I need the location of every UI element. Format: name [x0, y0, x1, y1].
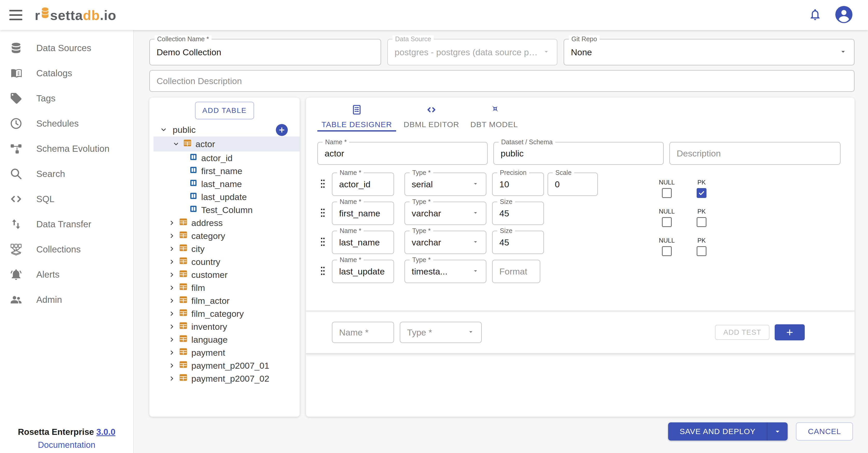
sidebar-item-data-transfer[interactable]: Data Transfer — [0, 211, 133, 236]
sidebar-item-data-sources[interactable]: Data Sources — [0, 35, 133, 60]
column-name-input[interactable] — [339, 237, 387, 248]
dataset-schema-field[interactable]: Dataset / Schema — [493, 142, 664, 165]
chevron-right-icon[interactable] — [168, 310, 176, 317]
tree-node-table[interactable]: category — [149, 229, 300, 242]
tree-node-column[interactable]: last_update — [149, 191, 300, 203]
scale-input[interactable] — [555, 179, 591, 190]
version-link[interactable]: 3.0.0 — [96, 427, 115, 437]
tab-table-designer[interactable]: TABLE DESIGNER — [317, 101, 396, 130]
chevron-right-icon[interactable] — [168, 232, 176, 240]
notifications-bell-icon[interactable] — [808, 8, 822, 22]
chevron-right-icon[interactable] — [168, 375, 176, 383]
column-format-field[interactable] — [492, 260, 540, 283]
column-name-field[interactable]: Name * — [332, 231, 394, 254]
column-type-select[interactable]: Type * serial — [404, 173, 486, 196]
chevron-right-icon[interactable] — [168, 284, 176, 292]
sidebar-item-search[interactable]: Search — [0, 161, 133, 186]
sidebar-item-schedules[interactable]: Schedules — [0, 111, 133, 136]
test-name-field[interactable] — [332, 322, 394, 343]
add-table-button[interactable]: ADD TABLE — [195, 102, 254, 119]
chevron-right-icon[interactable] — [168, 323, 176, 331]
size-input[interactable] — [499, 208, 537, 219]
column-size-field[interactable]: Size — [492, 202, 544, 225]
tree-node-table[interactable]: payment — [149, 346, 300, 359]
tree-node-table-actor[interactable]: actor — [153, 137, 300, 151]
tab-dbml-editor[interactable]: DBML EDITOR — [396, 101, 467, 130]
user-avatar[interactable] — [835, 6, 852, 24]
tree-node-table[interactable]: inventory — [149, 320, 300, 333]
tree-node-column[interactable]: last_name — [149, 177, 300, 191]
table-description-input[interactable] — [677, 148, 833, 159]
collection-name-input[interactable] — [157, 47, 374, 57]
chevron-right-icon[interactable] — [168, 362, 176, 369]
tree-node-table[interactable]: customer — [149, 268, 300, 281]
git-repo-select[interactable]: Git Repo None — [564, 39, 855, 65]
drag-handle-icon[interactable] — [319, 178, 326, 190]
chevron-right-icon[interactable] — [168, 219, 176, 227]
column-name-input[interactable] — [339, 179, 387, 190]
dataset-schema-input[interactable] — [501, 148, 656, 159]
cancel-button[interactable]: CANCEL — [796, 422, 853, 441]
test-name-input[interactable] — [339, 328, 387, 338]
tab-dbt-model[interactable]: DBT MODEL — [467, 101, 522, 130]
column-precision-field[interactable]: Precision — [492, 173, 544, 196]
table-name-input[interactable] — [324, 148, 480, 159]
tree-node-column[interactable]: actor_id — [149, 151, 300, 165]
size-input[interactable] — [499, 237, 537, 248]
chevron-right-icon[interactable] — [168, 297, 176, 305]
chevron-right-icon[interactable] — [168, 245, 176, 253]
column-type-select[interactable]: Type * varchar — [404, 202, 486, 225]
column-name-field[interactable]: Name * — [332, 260, 394, 283]
chevron-right-icon[interactable] — [168, 349, 176, 357]
chevron-down-icon[interactable] — [172, 140, 180, 148]
sidebar-item-alerts[interactable]: Alerts — [0, 262, 133, 287]
tree-node-table[interactable]: country — [149, 255, 300, 268]
sidebar-item-schema-evolution[interactable]: Schema Evolution — [0, 136, 133, 161]
table-name-field[interactable]: Name * — [317, 142, 488, 165]
sidebar-item-admin[interactable]: Admin — [0, 287, 133, 312]
add-test-plus-button[interactable] — [775, 324, 805, 340]
pk-checkbox[interactable] — [696, 246, 707, 256]
data-source-select[interactable]: Data Source postgres - postgres (data so… — [388, 39, 557, 65]
column-name-input[interactable] — [339, 266, 387, 277]
documentation-link[interactable]: Documentation — [0, 440, 133, 450]
column-size-field[interactable]: Size — [492, 231, 544, 254]
drag-handle-icon[interactable] — [319, 266, 326, 277]
column-type-select[interactable]: Type * timesta... — [404, 260, 486, 283]
tree-node-table[interactable]: film_actor — [149, 294, 300, 307]
pk-checkbox[interactable] — [696, 188, 707, 198]
sidebar-item-sql[interactable]: SQL — [0, 186, 133, 211]
menu-icon[interactable] — [9, 10, 22, 20]
tree-node-table[interactable]: city — [149, 242, 300, 255]
chevron-down-icon[interactable] — [160, 126, 167, 134]
tree-node-column[interactable]: Test_Column — [149, 203, 300, 217]
null-checkbox[interactable] — [662, 188, 672, 198]
add-test-button[interactable]: ADD TEST — [715, 325, 770, 340]
drag-handle-icon[interactable] — [319, 207, 326, 219]
column-name-field[interactable]: Name * — [332, 202, 394, 225]
format-input[interactable] — [499, 266, 533, 277]
table-description-field[interactable] — [670, 142, 840, 165]
sidebar-item-tags[interactable]: Tags — [0, 86, 133, 111]
tree-node-table[interactable]: film_category — [149, 307, 300, 320]
tree-node-table[interactable]: language — [149, 333, 300, 346]
drag-handle-icon[interactable] — [319, 236, 326, 248]
chevron-right-icon[interactable] — [168, 271, 176, 279]
chevron-right-icon[interactable] — [168, 258, 176, 266]
add-table-plus-icon[interactable] — [276, 124, 288, 136]
column-type-select[interactable]: Type * varchar — [404, 231, 486, 254]
tree-node-column[interactable]: first_name — [149, 165, 300, 177]
tree-node-table[interactable]: payment_p2007_01 — [149, 359, 300, 372]
tree-node-table[interactable]: payment_p2007_02 — [149, 372, 300, 385]
save-and-deploy-button[interactable]: SAVE AND DEPLOY — [668, 422, 767, 441]
null-checkbox[interactable] — [662, 246, 672, 256]
chevron-right-icon[interactable] — [168, 336, 176, 343]
column-name-field[interactable]: Name * — [332, 173, 394, 196]
collection-description-input[interactable] — [157, 76, 847, 86]
collection-name-field[interactable]: Collection Name * — [149, 39, 381, 65]
test-type-select[interactable]: Type * — [400, 322, 482, 343]
pk-checkbox[interactable] — [696, 217, 707, 227]
collection-description-field[interactable] — [149, 70, 855, 92]
sidebar-item-collections[interactable]: Collections — [0, 236, 133, 262]
save-options-dropdown[interactable] — [767, 422, 787, 441]
